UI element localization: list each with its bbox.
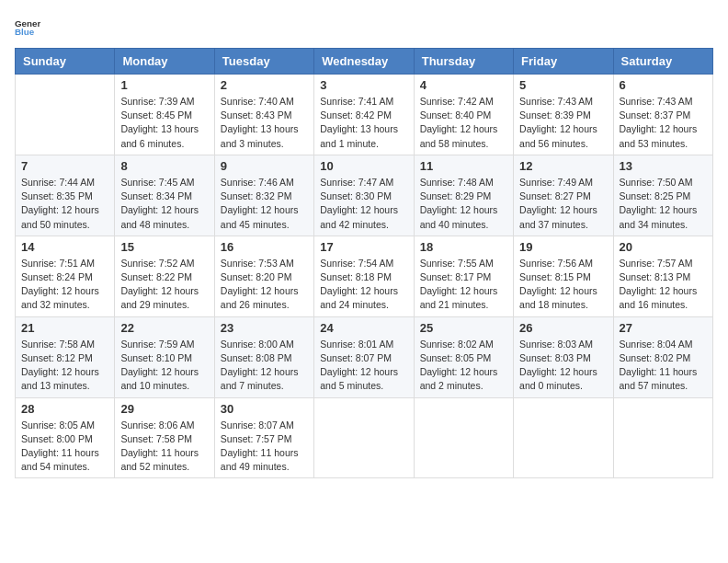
day-info: Sunrise: 7:43 AM Sunset: 8:39 PM Dayligh… (519, 95, 607, 151)
day-of-week-header: Friday (514, 49, 613, 75)
day-info: Sunrise: 7:53 AM Sunset: 8:20 PM Dayligh… (221, 257, 308, 313)
calendar-cell: 15Sunrise: 7:52 AM Sunset: 8:22 PM Dayli… (115, 236, 214, 316)
day-info: Sunrise: 7:57 AM Sunset: 8:13 PM Dayligh… (620, 257, 707, 313)
day-info: Sunrise: 8:07 AM Sunset: 7:57 PM Dayligh… (221, 419, 308, 475)
day-number: 3 (320, 78, 407, 92)
day-number: 12 (519, 159, 607, 173)
day-info: Sunrise: 8:05 AM Sunset: 8:00 PM Dayligh… (21, 419, 108, 475)
logo: General Blue (15, 15, 40, 40)
header: General Blue (15, 15, 713, 40)
day-number: 1 (120, 78, 208, 92)
day-number: 18 (420, 240, 507, 254)
day-number: 16 (221, 240, 308, 254)
day-info: Sunrise: 7:46 AM Sunset: 8:32 PM Dayligh… (221, 176, 308, 232)
calendar-cell: 13Sunrise: 7:50 AM Sunset: 8:25 PM Dayli… (613, 155, 712, 236)
calendar-week-row: 21Sunrise: 7:58 AM Sunset: 8:12 PM Dayli… (16, 316, 713, 397)
day-number: 8 (120, 159, 208, 173)
day-info: Sunrise: 7:56 AM Sunset: 8:15 PM Dayligh… (519, 257, 607, 313)
day-info: Sunrise: 7:41 AM Sunset: 8:42 PM Dayligh… (320, 95, 407, 151)
day-number: 5 (519, 78, 607, 92)
day-of-week-header: Saturday (613, 49, 712, 75)
day-of-week-header: Monday (115, 49, 214, 75)
calendar-cell: 19Sunrise: 7:56 AM Sunset: 8:15 PM Dayli… (514, 236, 613, 316)
day-number: 30 (221, 402, 308, 416)
calendar-cell: 12Sunrise: 7:49 AM Sunset: 8:27 PM Dayli… (514, 155, 613, 236)
day-number: 4 (420, 78, 507, 92)
calendar-week-row: 1Sunrise: 7:39 AM Sunset: 8:45 PM Daylig… (16, 75, 713, 155)
calendar-cell: 26Sunrise: 8:03 AM Sunset: 8:03 PM Dayli… (514, 316, 613, 397)
day-info: Sunrise: 7:44 AM Sunset: 8:35 PM Dayligh… (21, 176, 108, 232)
calendar-cell: 30Sunrise: 8:07 AM Sunset: 7:57 PM Dayli… (214, 397, 313, 478)
calendar-cell (16, 75, 115, 155)
day-number: 15 (120, 240, 208, 254)
day-number: 9 (221, 159, 308, 173)
day-number: 2 (221, 78, 308, 92)
day-info: Sunrise: 8:02 AM Sunset: 8:05 PM Dayligh… (420, 338, 507, 394)
calendar-cell: 20Sunrise: 7:57 AM Sunset: 8:13 PM Dayli… (613, 236, 712, 316)
day-number: 19 (519, 240, 607, 254)
day-info: Sunrise: 7:39 AM Sunset: 8:45 PM Dayligh… (120, 95, 208, 151)
calendar-cell: 24Sunrise: 8:01 AM Sunset: 8:07 PM Dayli… (314, 316, 414, 397)
day-number: 26 (519, 321, 607, 335)
calendar-cell: 11Sunrise: 7:48 AM Sunset: 8:29 PM Dayli… (414, 155, 513, 236)
calendar-cell: 7Sunrise: 7:44 AM Sunset: 8:35 PM Daylig… (16, 155, 115, 236)
day-number: 29 (120, 402, 208, 416)
day-number: 27 (620, 321, 707, 335)
calendar-cell: 8Sunrise: 7:45 AM Sunset: 8:34 PM Daylig… (115, 155, 214, 236)
day-number: 20 (620, 240, 707, 254)
calendar-cell: 14Sunrise: 7:51 AM Sunset: 8:24 PM Dayli… (16, 236, 115, 316)
day-info: Sunrise: 7:51 AM Sunset: 8:24 PM Dayligh… (21, 257, 108, 313)
day-info: Sunrise: 7:54 AM Sunset: 8:18 PM Dayligh… (320, 257, 407, 313)
day-info: Sunrise: 8:03 AM Sunset: 8:03 PM Dayligh… (519, 338, 607, 394)
calendar-cell: 29Sunrise: 8:06 AM Sunset: 7:58 PM Dayli… (115, 397, 214, 478)
day-info: Sunrise: 7:58 AM Sunset: 8:12 PM Dayligh… (21, 338, 108, 394)
calendar-cell: 22Sunrise: 7:59 AM Sunset: 8:10 PM Dayli… (115, 316, 214, 397)
calendar-cell: 3Sunrise: 7:41 AM Sunset: 8:42 PM Daylig… (314, 75, 414, 155)
calendar-cell: 9Sunrise: 7:46 AM Sunset: 8:32 PM Daylig… (214, 155, 313, 236)
calendar-cell: 23Sunrise: 8:00 AM Sunset: 8:08 PM Dayli… (214, 316, 313, 397)
calendar-cell: 4Sunrise: 7:42 AM Sunset: 8:40 PM Daylig… (414, 75, 513, 155)
day-of-week-header: Thursday (414, 49, 513, 75)
day-number: 23 (221, 321, 308, 335)
calendar-cell: 2Sunrise: 7:40 AM Sunset: 8:43 PM Daylig… (214, 75, 313, 155)
day-number: 17 (320, 240, 407, 254)
day-info: Sunrise: 7:52 AM Sunset: 8:22 PM Dayligh… (120, 257, 208, 313)
day-number: 7 (21, 159, 108, 173)
day-number: 10 (320, 159, 407, 173)
day-info: Sunrise: 8:04 AM Sunset: 8:02 PM Dayligh… (620, 338, 707, 394)
svg-text:Blue: Blue (15, 27, 35, 37)
calendar-cell: 5Sunrise: 7:43 AM Sunset: 8:39 PM Daylig… (514, 75, 613, 155)
day-info: Sunrise: 7:59 AM Sunset: 8:10 PM Dayligh… (120, 338, 208, 394)
day-number: 6 (620, 78, 707, 92)
calendar-cell: 10Sunrise: 7:47 AM Sunset: 8:30 PM Dayli… (314, 155, 414, 236)
calendar-cell (613, 397, 712, 478)
day-info: Sunrise: 7:43 AM Sunset: 8:37 PM Dayligh… (620, 95, 707, 151)
calendar-cell: 25Sunrise: 8:02 AM Sunset: 8:05 PM Dayli… (414, 316, 513, 397)
calendar-header-row: SundayMondayTuesdayWednesdayThursdayFrid… (16, 49, 713, 75)
day-info: Sunrise: 7:55 AM Sunset: 8:17 PM Dayligh… (420, 257, 507, 313)
day-of-week-header: Tuesday (214, 49, 313, 75)
day-info: Sunrise: 7:45 AM Sunset: 8:34 PM Dayligh… (120, 176, 208, 232)
day-of-week-header: Sunday (16, 49, 115, 75)
calendar-week-row: 14Sunrise: 7:51 AM Sunset: 8:24 PM Dayli… (16, 236, 713, 316)
day-info: Sunrise: 8:06 AM Sunset: 7:58 PM Dayligh… (120, 419, 208, 475)
calendar-cell: 16Sunrise: 7:53 AM Sunset: 8:20 PM Dayli… (214, 236, 313, 316)
day-number: 24 (320, 321, 407, 335)
calendar: SundayMondayTuesdayWednesdayThursdayFrid… (15, 48, 713, 478)
day-number: 14 (21, 240, 108, 254)
day-info: Sunrise: 7:49 AM Sunset: 8:27 PM Dayligh… (519, 176, 607, 232)
day-number: 22 (120, 321, 208, 335)
calendar-week-row: 28Sunrise: 8:05 AM Sunset: 8:00 PM Dayli… (16, 397, 713, 478)
day-info: Sunrise: 7:48 AM Sunset: 8:29 PM Dayligh… (420, 176, 507, 232)
day-number: 28 (21, 402, 108, 416)
calendar-cell: 28Sunrise: 8:05 AM Sunset: 8:00 PM Dayli… (16, 397, 115, 478)
calendar-cell: 21Sunrise: 7:58 AM Sunset: 8:12 PM Dayli… (16, 316, 115, 397)
calendar-cell (514, 397, 613, 478)
day-number: 13 (620, 159, 707, 173)
day-number: 11 (420, 159, 507, 173)
day-info: Sunrise: 7:47 AM Sunset: 8:30 PM Dayligh… (320, 176, 407, 232)
calendar-week-row: 7Sunrise: 7:44 AM Sunset: 8:35 PM Daylig… (16, 155, 713, 236)
calendar-cell (414, 397, 513, 478)
day-info: Sunrise: 8:00 AM Sunset: 8:08 PM Dayligh… (221, 338, 308, 394)
day-info: Sunrise: 7:50 AM Sunset: 8:25 PM Dayligh… (620, 176, 707, 232)
